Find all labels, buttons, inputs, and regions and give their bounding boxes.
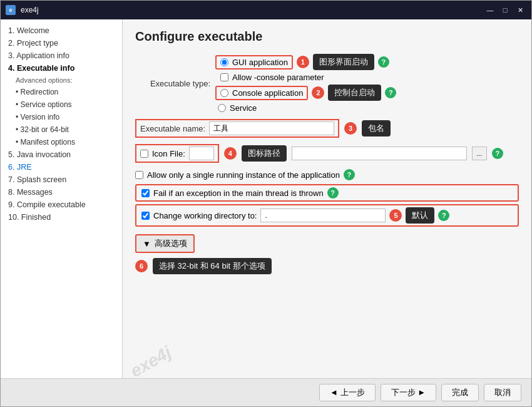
advanced-section: ▼ 高级选项 6 选择 32-bit 和 64 bit 那个选项 <box>135 234 519 274</box>
gui-tooltip: 图形界面启动 <box>313 54 374 70</box>
change-dir-label: Change working directory to: <box>153 211 257 220</box>
sidebar-item-messages[interactable]: 8. Messages <box>1 186 122 198</box>
icon-file-input[interactable] <box>292 147 467 160</box>
allow-console-label: Allow -console parameter <box>232 73 324 82</box>
fail-exception-label: Fail if an exception in the main thread … <box>153 188 324 198</box>
exec-name-row: Executable name: 3 包名 <box>135 119 519 138</box>
window-title: exe4j <box>21 6 479 14</box>
single-instance-label: Allow only a single running instance of … <box>147 170 340 180</box>
main-content: Configure executable Executable type: GU… <box>123 19 531 378</box>
exec-type-label: Executable type: <box>135 79 210 88</box>
name-tooltip: 包名 <box>362 120 391 137</box>
icon-file-checkbox[interactable] <box>140 150 148 158</box>
single-instance-checkbox[interactable] <box>135 171 143 179</box>
sidebar-item-project-type[interactable]: 2. Project type <box>1 37 122 49</box>
close-button[interactable]: ✕ <box>514 4 526 16</box>
badge-6: 6 <box>135 260 148 272</box>
footer: ◄ 上一步 下一步 ► 完成 取消 <box>1 378 531 406</box>
maximize-button[interactable]: □ <box>499 4 511 16</box>
adv-arrow-icon: ▼ <box>143 239 151 249</box>
console-label: Console application <box>232 88 303 98</box>
sidebar-item-version-info[interactable]: Version info <box>1 111 122 123</box>
service-radio[interactable] <box>218 104 226 112</box>
icon-file-row: Icon File: 4 图标路径 ... ? <box>135 144 519 163</box>
title-bar: e exe4j — □ ✕ <box>1 1 531 19</box>
next-button[interactable]: 下一步 ► <box>381 384 436 401</box>
icon-file-preview[interactable] <box>189 147 214 160</box>
badge-1: 1 <box>297 56 309 68</box>
console-radio[interactable] <box>220 89 228 97</box>
icon-tooltip: 图标路径 <box>242 145 287 162</box>
window-controls: — □ ✕ <box>484 4 526 16</box>
exec-type-row: Executable type: GUI application 1 图形界面启… <box>135 54 519 113</box>
exec-name-label: Executable name: <box>140 124 205 133</box>
fail-exception-section: Fail if an exception in the main thread … <box>135 184 519 227</box>
console-tooltip: 控制台启动 <box>328 85 381 101</box>
sidebar-item-redirection[interactable]: Redirection <box>1 86 122 98</box>
fail-exception-checkbox[interactable] <box>141 189 150 197</box>
badge-3: 3 <box>344 122 357 135</box>
sidebar-item-splash-screen[interactable]: 7. Splash screen <box>1 173 122 186</box>
sidebar-item-finished[interactable]: 10. Finished <box>1 211 122 224</box>
watermark: exe4j <box>127 343 175 378</box>
sidebar-item-java-invocation[interactable]: 5. Java invocation <box>1 148 122 161</box>
sidebar-advanced-label: Advanced options: <box>1 75 122 86</box>
main-window: e exe4j — □ ✕ 1. Welcome 2. Project type… <box>0 0 532 407</box>
content-area: 1. Welcome 2. Project type 3. Applicatio… <box>1 19 531 378</box>
exec-type-options: GUI application 1 图形界面启动 ? Allow -consol… <box>215 54 396 113</box>
prev-button[interactable]: ◄ 上一步 <box>319 384 375 401</box>
console-help-icon[interactable]: ? <box>385 87 396 98</box>
sidebar-item-compile-exec[interactable]: 9. Compile executable <box>1 198 122 211</box>
gui-radio[interactable] <box>220 58 228 66</box>
sidebar-item-32bit-64bit[interactable]: 32-bit or 64-bit <box>1 123 122 136</box>
cancel-button[interactable]: 取消 <box>484 384 521 401</box>
sidebar: 1. Welcome 2. Project type 3. Applicatio… <box>1 19 123 378</box>
sidebar-item-exec-info[interactable]: 4. Executable info <box>1 62 122 75</box>
change-dir-help-icon[interactable]: ? <box>438 210 449 221</box>
gui-help-icon[interactable]: ? <box>378 56 389 68</box>
finish-button[interactable]: 完成 <box>441 384 479 401</box>
sidebar-item-service-options[interactable]: Service options <box>1 98 122 111</box>
advanced-button-label: 高级选项 <box>155 238 187 249</box>
page-title: Configure executable <box>135 29 519 44</box>
single-instance-help-icon[interactable]: ? <box>344 169 355 180</box>
sidebar-item-app-info[interactable]: 3. Application info <box>1 49 122 62</box>
badge-2: 2 <box>312 86 324 99</box>
single-instance-row: Allow only a single running instance of … <box>135 169 519 180</box>
exec-name-input[interactable] <box>209 121 334 135</box>
app-icon: e <box>6 5 16 15</box>
console-radio-container: Console application <box>215 86 308 100</box>
sidebar-item-manifest-options[interactable]: Manifest options <box>1 136 122 148</box>
sidebar-item-welcome[interactable]: 1. Welcome <box>1 24 122 37</box>
gui-label: GUI application <box>232 58 288 67</box>
icon-file-label: Icon File: <box>152 149 185 158</box>
badge-4: 4 <box>224 147 237 160</box>
change-dir-checkbox[interactable] <box>141 212 150 220</box>
minimize-button[interactable]: — <box>484 4 496 16</box>
fail-exception-help-icon[interactable]: ? <box>327 187 339 198</box>
gui-radio-container: GUI application <box>215 55 293 70</box>
sidebar-item-jre[interactable]: 6. JRE <box>1 161 122 173</box>
icon-help-icon[interactable]: ? <box>492 148 503 159</box>
change-dir-input[interactable] <box>260 209 386 222</box>
service-label: Service <box>230 103 257 113</box>
allow-console-checkbox[interactable] <box>220 73 228 81</box>
badge-5: 5 <box>389 209 402 222</box>
adv-tooltip: 选择 32-bit 和 64 bit 那个选项 <box>153 258 272 274</box>
icon-browse-button[interactable]: ... <box>472 147 487 160</box>
advanced-button[interactable]: ▼ 高级选项 <box>135 234 195 253</box>
default-tooltip: 默认 <box>406 207 434 224</box>
